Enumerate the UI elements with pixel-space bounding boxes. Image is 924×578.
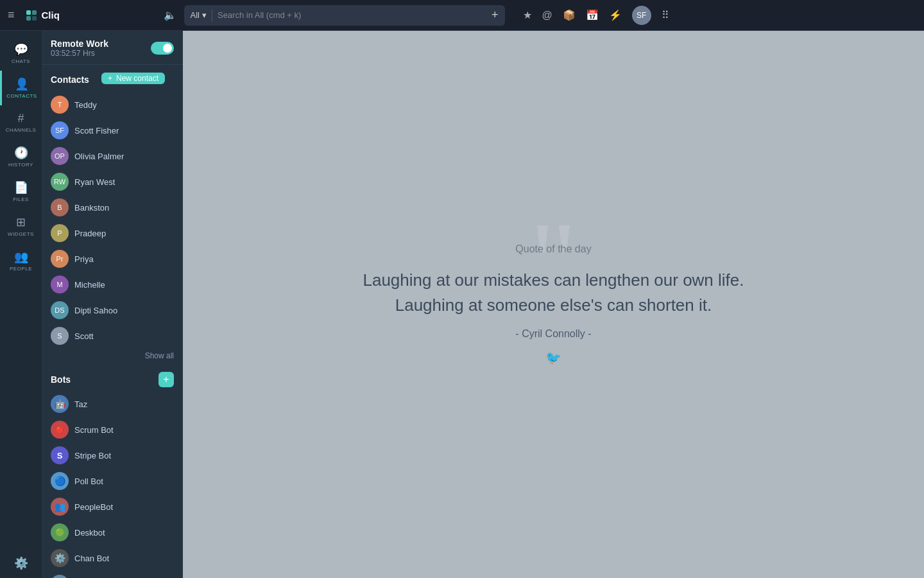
svg-rect-3 [32, 16, 37, 21]
list-item[interactable]: SF Scott Fisher [42, 118, 183, 143]
quote-container: " Quote of the day Laughing at our mista… [337, 218, 769, 391]
workspace-toggle[interactable] [151, 42, 174, 55]
sidebar-item-contacts[interactable]: 👤 CONTACTS [0, 71, 42, 105]
bot-name: PeopleBot [74, 502, 113, 512]
bot-avatar: 🔴 [51, 421, 69, 439]
grid-icon[interactable]: ⠿ [662, 9, 669, 21]
search-divider [212, 10, 212, 21]
new-contact-wrapper: + New contact [92, 71, 174, 88]
list-item[interactable]: 🤖 Taz [42, 391, 183, 417]
sidebar-item-channels[interactable]: # CHANNELS [0, 105, 42, 139]
contact-name: Dipti Sahoo [74, 306, 117, 315]
hamburger-icon[interactable]: ≡ [8, 8, 15, 22]
bot-avatar: 🤖 [51, 395, 69, 413]
main-content: " Quote of the day Laughing at our mista… [183, 31, 924, 578]
channels-label: CHANNELS [6, 127, 37, 133]
workspace-time: 03:52:57 Hrs [51, 49, 108, 58]
calendar-icon[interactable]: 📅 [586, 9, 599, 21]
contact-name: Michelle [74, 280, 105, 290]
contacts-title: Contacts [51, 74, 89, 85]
channels-icon: # [17, 112, 24, 125]
files-icon: 📄 [14, 180, 28, 195]
list-item[interactable]: B Bankston [42, 195, 183, 220]
contacts-icon: 👤 [15, 77, 29, 91]
contact-name: Olivia Palmer [74, 152, 124, 161]
add-bot-button[interactable]: + [158, 372, 174, 387]
bot-avatar: 💬 [51, 575, 69, 578]
search-filter-dropdown[interactable]: All ▾ [191, 10, 207, 20]
contacts-section-header: Contacts + New contact [42, 65, 183, 92]
chevron-down-icon: ▾ [202, 10, 207, 20]
contact-name: Teddy [74, 100, 97, 110]
list-item[interactable]: P Pradeep [42, 220, 183, 246]
list-item[interactable]: 💬 Support Bot [42, 571, 183, 578]
contact-name: Bankston [74, 203, 109, 213]
list-item[interactable]: 🟢 Deskbot [42, 520, 183, 545]
sidebar-item-settings[interactable]: ⚙️ [0, 550, 42, 578]
volume-icon[interactable]: 🔈 [164, 9, 176, 21]
sidebar-item-chats[interactable]: 💬 CHATS [0, 36, 42, 71]
sidebar-item-files[interactable]: 📄 FILES [0, 174, 42, 209]
star-icon[interactable]: ★ [523, 9, 532, 21]
avatar: SF [51, 121, 69, 139]
twitter-share-icon[interactable]: 🐦 [363, 350, 744, 365]
new-contact-plus-icon: + [108, 74, 112, 83]
svg-rect-2 [26, 16, 31, 21]
contact-name: Ryan West [74, 177, 115, 187]
list-item[interactable]: OP Olivia Palmer [42, 143, 183, 169]
list-item[interactable]: S Stripe Bot [42, 442, 183, 468]
svg-rect-1 [32, 10, 37, 15]
avatar: RW [51, 173, 69, 191]
mention-icon[interactable]: @ [542, 10, 552, 21]
contact-name: Priya [74, 254, 94, 264]
bot-avatar: 👥 [51, 498, 69, 516]
avatar: M [51, 276, 69, 293]
widgets-icon: ⊞ [16, 215, 26, 229]
show-all-contacts-link[interactable]: Show all [42, 349, 183, 365]
chats-label: CHATS [12, 58, 30, 64]
avatar[interactable]: SF [632, 6, 651, 25]
list-item[interactable]: T Teddy [42, 92, 183, 118]
bot-name: Taz [74, 399, 87, 409]
list-item[interactable]: DS Dipti Sahoo [42, 297, 183, 323]
contacts-label: CONTACTS [6, 93, 37, 99]
list-item[interactable]: ⚙️ Chan Bot [42, 545, 183, 571]
bot-name: Poll Bot [74, 477, 103, 486]
contact-name: Scott Fisher [74, 126, 119, 136]
avatar: OP [51, 147, 69, 165]
workspace-info: Remote Work 03:52:57 Hrs [51, 39, 108, 58]
new-contact-button[interactable]: + New contact [101, 73, 165, 84]
contact-name: Pradeep [74, 229, 106, 238]
avatar: Pr [51, 250, 69, 268]
avatar: T [51, 96, 69, 114]
people-label: PEOPLE [10, 266, 32, 272]
list-item[interactable]: 👥 PeopleBot [42, 494, 183, 520]
contact-name: Scott [74, 331, 94, 341]
search-bar: All ▾ Search in All (cmd + k) + [184, 5, 505, 26]
list-item[interactable]: S Scott [42, 323, 183, 349]
list-item[interactable]: 🔴 Scrum Bot [42, 417, 183, 442]
search-add-button[interactable]: + [492, 8, 499, 22]
bot-avatar: 🔵 [51, 472, 69, 490]
files-label: FILES [13, 197, 29, 202]
lightning-icon[interactable]: ⚡ [609, 9, 622, 21]
package-icon[interactable]: 📦 [563, 9, 576, 21]
chats-icon: 💬 [14, 42, 28, 57]
list-item[interactable]: RW Ryan West [42, 169, 183, 195]
new-contact-label: New contact [116, 74, 158, 83]
bot-name: Stripe Bot [74, 451, 111, 460]
bots-section-header: Bots + [42, 365, 183, 391]
bot-avatar: ⚙️ [51, 549, 69, 567]
bot-name: Scrum Bot [74, 425, 114, 435]
widgets-label: WIDGETS [8, 231, 34, 237]
bot-avatar: 🟢 [51, 523, 69, 541]
list-item[interactable]: 🔵 Poll Bot [42, 468, 183, 494]
sidebar-item-history[interactable]: 🕐 HISTORY [0, 139, 42, 174]
sidebar-item-people[interactable]: 👥 PEOPLE [0, 243, 42, 278]
list-item[interactable]: M Michelle [42, 272, 183, 297]
search-input-placeholder[interactable]: Search in All (cmd + k) [218, 10, 483, 20]
list-item[interactable]: Pr Priya [42, 246, 183, 272]
sidebar-item-widgets[interactable]: ⊞ WIDGETS [0, 209, 42, 243]
avatar: P [51, 224, 69, 242]
topbar-action-icons: ★ @ 📦 📅 ⚡ SF ⠿ [523, 6, 669, 25]
